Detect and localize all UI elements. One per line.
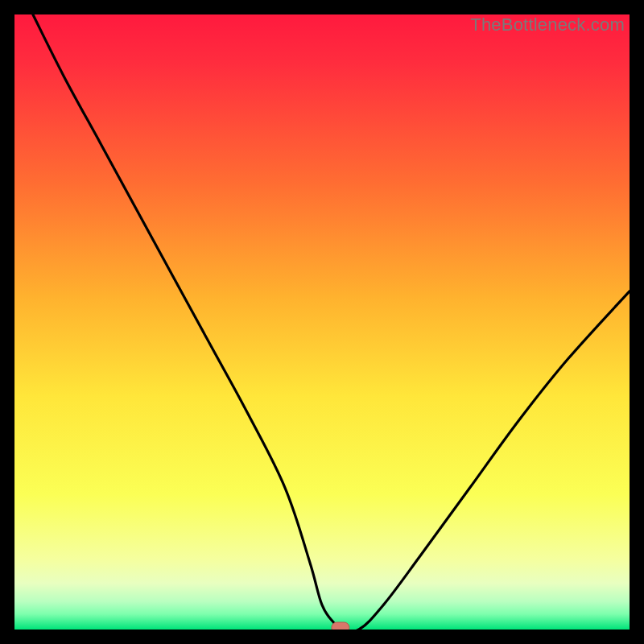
bottleneck-chart (14, 14, 630, 630)
watermark-text: TheBottleneck.com (470, 14, 625, 35)
chart-frame: TheBottleneck.com (14, 14, 630, 630)
optimal-marker (332, 622, 349, 630)
gradient-background (14, 14, 630, 630)
